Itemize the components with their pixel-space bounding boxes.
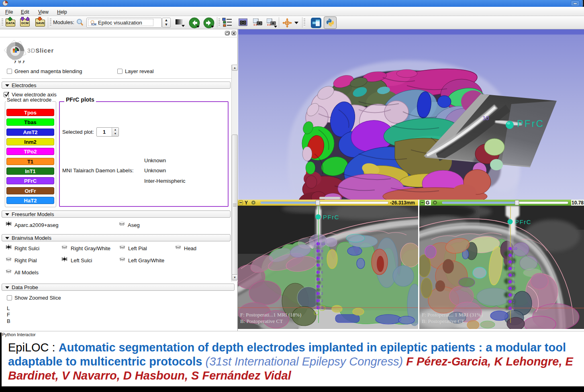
svg-text:7: 7 bbox=[513, 266, 515, 271]
svg-text:5: 5 bbox=[321, 277, 323, 282]
svg-text:PFrC: PFrC bbox=[323, 214, 339, 220]
svg-text:4: 4 bbox=[513, 286, 515, 290]
svg-text:2: 2 bbox=[321, 298, 323, 303]
svg-text:9: 9 bbox=[321, 249, 323, 253]
svg-text:PFrC: PFrC bbox=[517, 118, 544, 129]
svg-text:PFrC: PFrC bbox=[515, 218, 531, 225]
svg-text:10: 10 bbox=[482, 114, 489, 121]
svg-text:B: Postoperative CT: B: Postoperative CT bbox=[240, 318, 283, 324]
svg-text:F: Postoperati...1 MRI (18%): F: Postoperati...1 MRI (18%) bbox=[240, 312, 301, 318]
svg-text:7: 7 bbox=[321, 263, 323, 267]
svg-text:6: 6 bbox=[321, 270, 323, 274]
svg-text:Y: Y bbox=[245, 200, 248, 206]
svg-text:-26.313mm: -26.313mm bbox=[390, 200, 415, 206]
svg-text:8: 8 bbox=[321, 256, 323, 260]
svg-text:2: 2 bbox=[513, 299, 515, 304]
svg-text:10.78: 10.78 bbox=[572, 200, 584, 206]
svg-text:B: Postoperative CT: B: Postoperative CT bbox=[422, 318, 464, 324]
svg-text:10: 10 bbox=[513, 246, 517, 251]
svg-text:10: 10 bbox=[321, 241, 325, 246]
svg-text:4: 4 bbox=[321, 284, 323, 288]
svg-text:9: 9 bbox=[513, 253, 515, 257]
svg-text:8: 8 bbox=[513, 259, 515, 264]
svg-text:6: 6 bbox=[513, 273, 515, 277]
svg-text:3DSlicer: 3DSlicer bbox=[27, 47, 54, 54]
svg-text:3: 3 bbox=[513, 293, 515, 297]
svg-text:G: G bbox=[426, 200, 429, 206]
svg-text:F: Postoperat... 1 MRI (31%): F: Postoperat... 1 MRI (31%) bbox=[422, 312, 483, 318]
svg-text:5: 5 bbox=[513, 280, 515, 284]
svg-text:3: 3 bbox=[321, 291, 323, 296]
svg-text:ICM: ICM bbox=[91, 23, 96, 26]
